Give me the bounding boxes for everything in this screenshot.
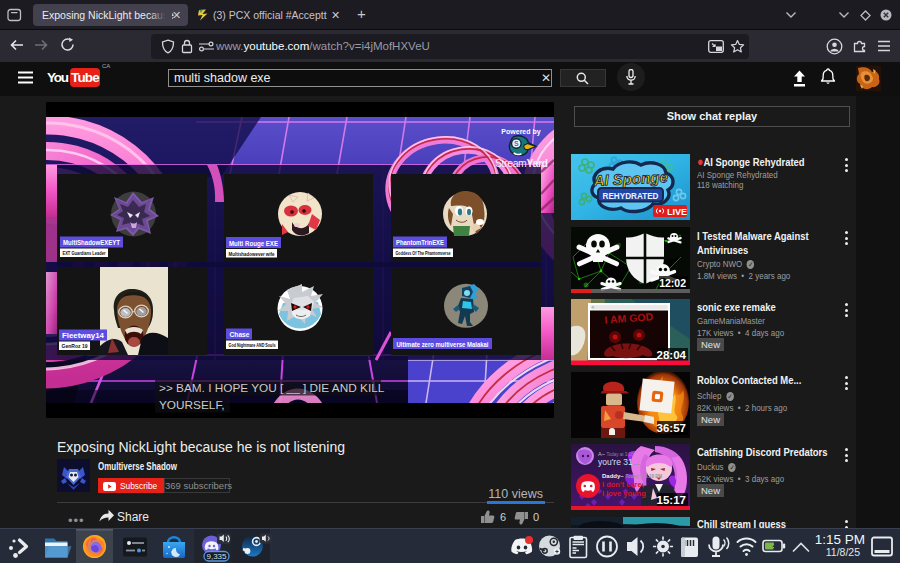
- svg-text:EXT Guardians Leader: EXT Guardians Leader: [63, 251, 106, 256]
- svg-text:12:02: 12:02: [659, 277, 686, 289]
- svg-text:11/8/25: 11/8/25: [826, 546, 860, 558]
- svg-text:Powered by: Powered by: [501, 128, 540, 136]
- svg-text:Ultimate zero multiverse Malak: Ultimate zero multiverse Malakai: [397, 340, 489, 349]
- svg-text:you're 31...: you're 31...: [598, 457, 640, 467]
- svg-text:Multi Rouge EXE: Multi Rouge EXE: [229, 239, 278, 248]
- svg-text:LIVE: LIVE: [667, 207, 687, 217]
- svg-text:9,335: 9,335: [206, 552, 227, 561]
- svg-text:Goddess Of The Phantomverse: Goddess Of The Phantomverse: [396, 251, 451, 256]
- svg-text:S: S: [514, 140, 519, 147]
- svg-text:StreamYard: StreamYard: [495, 157, 548, 169]
- svg-text:Multishadowever wife: Multishadowever wife: [229, 252, 275, 257]
- svg-text:I don't care,: I don't care,: [602, 480, 644, 489]
- svg-text:Daddy~ Today at 3:18 PM: Daddy~ Today at 3:18 PM: [602, 473, 662, 479]
- svg-text:God Nightmare AND Souls: God Nightmare AND Souls: [229, 343, 276, 348]
- svg-text:36:57: 36:57: [657, 422, 686, 434]
- svg-text:REHYDRATED: REHYDRATED: [603, 190, 659, 201]
- svg-text:PhantomTrinEXE: PhantomTrinEXE: [396, 238, 444, 247]
- svg-text:Fleetway14: Fleetway14: [62, 331, 105, 340]
- svg-text:1:15 PM: 1:15 PM: [815, 532, 865, 547]
- svg-text:28:04: 28:04: [657, 349, 687, 361]
- svg-text:15:17: 15:17: [657, 494, 686, 506]
- svg-text:I love young: I love young: [602, 489, 646, 498]
- svg-text:MultiShadowEXEYT: MultiShadowEXEYT: [63, 238, 120, 247]
- svg-text:Chase: Chase: [230, 330, 250, 339]
- svg-text:YOURSELF,: YOURSELF,: [159, 398, 225, 412]
- svg-text:>> BAM. I HOPE YOU [ __ ] DIE: >> BAM. I HOPE YOU [ __ ] DIE AND KILL: [159, 381, 385, 395]
- svg-text:GenRoz 19: GenRoz 19: [62, 344, 88, 349]
